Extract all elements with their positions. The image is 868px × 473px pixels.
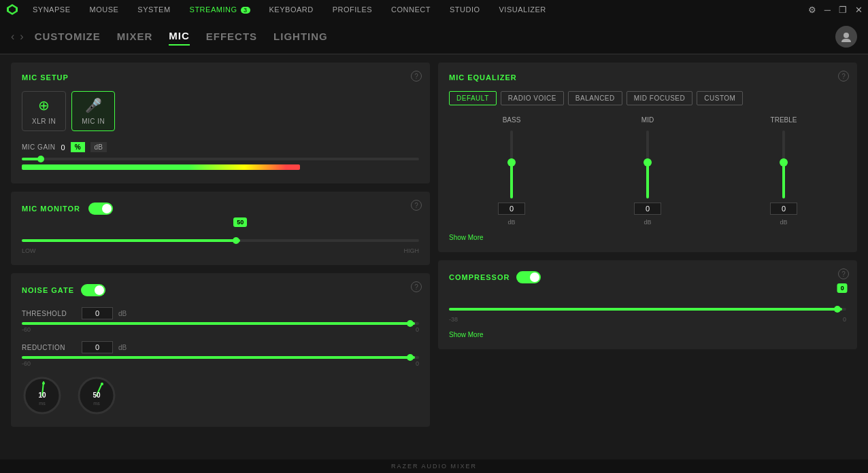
main-content: MIC SETUP ? ⊕ XLR IN 🎤 MIC IN MIC GAIN 0…	[0, 54, 868, 459]
mic-setup-title: MIC SETUP	[22, 73, 419, 82]
mic-icon: 🎤	[85, 97, 103, 113]
eq-bass-track[interactable]	[510, 130, 513, 198]
titlebar-left: SYNAPSE MOUSE SYSTEM STREAMING 3 KEYBOAR…	[5, 3, 549, 16]
compressor-slider-thumb[interactable]	[834, 306, 841, 313]
compressor-show-more[interactable]: Show More	[449, 331, 846, 338]
eq-bass-value[interactable]	[498, 203, 525, 215]
eq-mid-col: MID dB	[634, 116, 661, 226]
reduction-slider-track[interactable]	[22, 356, 419, 359]
xlr-in-button[interactable]: ⊕ XLR IN	[22, 91, 66, 131]
reduction-unit: dB	[118, 344, 127, 351]
tab-effects[interactable]: EFFECTS	[206, 28, 257, 45]
nav-studio[interactable]: STUDIO	[447, 4, 483, 15]
threshold-row: THRESHOLD dB	[22, 307, 419, 319]
monitor-low-label: LOW	[22, 247, 36, 254]
mic-monitor-help[interactable]: ?	[411, 200, 422, 211]
tab-lighting[interactable]: LIGHTING	[273, 28, 328, 45]
eq-mid-track[interactable]	[646, 130, 649, 198]
eq-bass-fill	[510, 164, 513, 198]
titlebar: SYNAPSE MOUSE SYSTEM STREAMING 3 KEYBOAR…	[0, 0, 868, 19]
mic-gain-row: MIC GAIN 0 % dB	[22, 142, 419, 152]
eq-treble-unit: dB	[780, 219, 787, 226]
restore-button[interactable]: ❐	[839, 5, 847, 15]
knob2[interactable]: 50 ms	[76, 375, 117, 416]
eq-mid-thumb[interactable]	[644, 158, 652, 167]
nav-system[interactable]: SYSTEM	[135, 4, 173, 15]
tab-mixer[interactable]: MIXER	[117, 28, 153, 45]
mic-setup-help[interactable]: ?	[411, 71, 422, 82]
nav-keyboard[interactable]: KEYBOARD	[267, 4, 316, 15]
forward-arrow-icon[interactable]: ›	[20, 31, 23, 43]
reduction-max-label: 0	[416, 360, 419, 367]
settings-icon[interactable]: ⚙	[808, 5, 816, 15]
eq-bass-thumb[interactable]	[507, 158, 516, 167]
gain-pct-button[interactable]: %	[71, 142, 85, 152]
monitor-slider-track[interactable]	[22, 239, 419, 242]
reduction-min-label: -60	[22, 360, 31, 367]
close-button[interactable]: ✕	[855, 5, 863, 15]
mic-eq-title: MIC EQUALIZER	[449, 73, 846, 82]
mic-in-button[interactable]: 🎤 MIC IN	[71, 91, 115, 131]
mic-monitor-title: MIC MONITOR	[22, 205, 80, 213]
eq-treble-label: TREBLE	[771, 116, 797, 124]
reduction-slider-fill	[22, 356, 415, 359]
eq-show-more[interactable]: Show More	[449, 234, 846, 241]
nav-synapse[interactable]: SYNAPSE	[30, 4, 73, 15]
tab-customize[interactable]: CUSTOMIZE	[35, 28, 101, 45]
monitor-slider-thumb[interactable]	[233, 237, 239, 244]
threshold-label: THRESHOLD	[22, 310, 76, 317]
compressor-slider-track[interactable]	[449, 308, 846, 311]
noise-gate-help[interactable]: ?	[411, 281, 422, 292]
compressor-title: COMPRESSOR	[449, 273, 510, 281]
compressor-range-labels: -38 0	[449, 316, 846, 323]
eq-bass-label: BASS	[503, 116, 521, 124]
eq-treble-thumb[interactable]	[780, 158, 788, 167]
mic-gain-value: 0	[61, 143, 65, 152]
bottombar-label: RAZER AUDIO MIXER	[391, 463, 477, 470]
compressor-value-bubble: 0	[837, 283, 848, 293]
knob1-container: 10 ms	[22, 375, 63, 416]
eq-preset-custom[interactable]: CUSTOM	[697, 91, 743, 105]
razer-logo-icon	[5, 3, 19, 16]
mic-gain-label: MIC GAIN	[22, 143, 56, 151]
nav-streaming[interactable]: STREAMING 3	[187, 4, 253, 15]
tab-mic[interactable]: MIC	[169, 27, 190, 46]
threshold-slider-track[interactable]	[22, 322, 419, 325]
nav-connect[interactable]: CONNECT	[388, 4, 433, 15]
eq-treble-track[interactable]	[782, 130, 785, 198]
eq-preset-mid-focused[interactable]: MID FOCUSED	[627, 91, 693, 105]
noise-gate-header: NOISE GATE	[22, 284, 419, 296]
monitor-header: MIC MONITOR	[22, 203, 419, 215]
mic-eq-help[interactable]: ?	[838, 71, 849, 82]
monitor-slider-container: 50	[22, 228, 419, 242]
eq-treble-col: TREBLE dB	[770, 116, 797, 226]
eq-mid-label: MID	[641, 116, 654, 124]
threshold-input[interactable]	[82, 307, 113, 319]
mic-equalizer-card: MIC EQUALIZER ? DEFAULT RADIO VOICE BALA…	[438, 63, 857, 252]
knob1[interactable]: 10 ms	[22, 375, 63, 416]
compressor-toggle[interactable]	[516, 271, 541, 283]
mic-monitor-toggle[interactable]	[88, 203, 113, 215]
reduction-input[interactable]	[82, 341, 113, 353]
minimize-button[interactable]: ─	[824, 5, 831, 15]
bottombar: RAZER AUDIO MIXER	[0, 459, 868, 473]
eq-preset-balanced[interactable]: BALANCED	[568, 91, 622, 105]
eq-treble-value[interactable]	[770, 203, 797, 215]
eq-presets: DEFAULT RADIO VOICE BALANCED MID FOCUSED…	[449, 91, 846, 105]
compressor-max-label: 0	[843, 316, 846, 323]
threshold-min-label: -60	[22, 326, 31, 333]
mic-gain-slider-thumb[interactable]	[37, 156, 44, 162]
nav-visualizer[interactable]: VISUALIZER	[497, 4, 549, 15]
mic-gain-slider-track[interactable]	[22, 158, 419, 160]
gain-db-button[interactable]: dB	[90, 142, 107, 152]
nav-mouse[interactable]: MOUSE	[86, 4, 121, 15]
eq-mid-value[interactable]	[634, 203, 661, 215]
nav-profiles[interactable]: PROFILES	[330, 4, 375, 15]
compressor-help[interactable]: ?	[838, 268, 849, 279]
back-arrow-icon[interactable]: ‹	[11, 31, 14, 43]
noise-gate-toggle[interactable]	[81, 284, 105, 296]
eq-preset-radio-voice[interactable]: RADIO VOICE	[501, 91, 564, 105]
streaming-badge: 3	[241, 7, 250, 14]
threshold-unit: dB	[118, 310, 127, 317]
eq-preset-default[interactable]: DEFAULT	[449, 91, 497, 105]
